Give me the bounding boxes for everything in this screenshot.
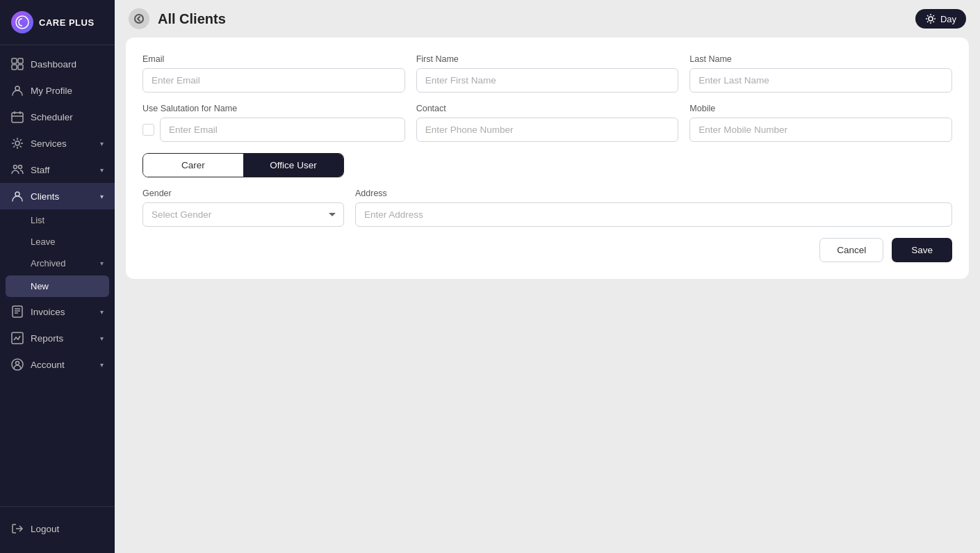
main-content: All Clients Day Email First Name: [115, 0, 980, 553]
sidebar-item-scheduler[interactable]: Scheduler: [0, 104, 115, 130]
sidebar-nav: Dashboard My Profile Scheduler: [0, 45, 115, 506]
sidebar-item-staff[interactable]: Staff ▾: [0, 157, 115, 183]
svg-point-10: [19, 166, 22, 169]
sidebar-bottom: Logout: [0, 506, 115, 553]
sidebar-subitem-new[interactable]: New: [6, 275, 109, 297]
gender-group: Gender Select Gender Male Female Other P…: [142, 189, 344, 227]
gender-label: Gender: [142, 189, 344, 198]
svg-point-17: [929, 17, 933, 21]
salutation-email-field[interactable]: [160, 118, 405, 142]
sidebar-item-profile-label: My Profile: [31, 86, 72, 96]
invoices-icon: [11, 305, 24, 318]
chevron-down-icon: ▾: [100, 193, 104, 200]
sidebar-item-account[interactable]: Account ▾: [0, 351, 115, 378]
svg-point-8: [15, 141, 19, 145]
contact-group: Contact: [416, 104, 679, 142]
logo-area: CARE PLUS: [0, 0, 115, 45]
sidebar-subitem-list-label: List: [31, 215, 44, 225]
svg-point-11: [15, 192, 19, 196]
role-toggle-row: Carer Office User: [142, 153, 952, 177]
chevron-down-icon: ▾: [100, 140, 104, 147]
svg-rect-5: [18, 65, 23, 70]
sidebar-item-invoices-label: Invoices: [31, 307, 65, 317]
sidebar-item-services-label: Services: [31, 138, 67, 149]
mobile-field[interactable]: [689, 118, 952, 142]
svg-rect-7: [12, 113, 23, 122]
sidebar-item-clients-label: Clients: [31, 191, 59, 202]
page-title: All Clients: [158, 11, 226, 27]
office-user-toggle-button[interactable]: Office User: [243, 154, 343, 177]
sidebar-item-reports[interactable]: Reports ▾: [0, 325, 115, 351]
salutation-checkbox[interactable]: [142, 124, 154, 136]
sidebar-item-dashboard-label: Dashboard: [31, 59, 76, 70]
save-button[interactable]: Save: [892, 238, 952, 262]
salutation-group: Use Salutation for Name: [142, 104, 405, 142]
sidebar-item-account-label: Account: [31, 360, 65, 370]
email-field[interactable]: [142, 68, 405, 93]
chevron-down-icon: ▾: [100, 166, 104, 174]
svg-point-16: [135, 15, 143, 23]
svg-point-6: [15, 86, 19, 90]
sidebar-item-clients[interactable]: Clients ▾: [0, 183, 115, 209]
cancel-button[interactable]: Cancel: [819, 238, 883, 262]
svg-point-15: [16, 362, 19, 365]
first-name-field[interactable]: [416, 68, 679, 93]
email-label: Email: [142, 54, 405, 64]
logout-label: Logout: [31, 524, 59, 534]
sidebar-item-dashboard[interactable]: Dashboard: [0, 51, 115, 77]
contact-label: Contact: [416, 104, 679, 113]
email-group: Email: [142, 54, 405, 93]
form-row-4: Gender Select Gender Male Female Other P…: [142, 189, 952, 227]
logout-button[interactable]: Logout: [0, 515, 115, 542]
day-label: Day: [940, 14, 956, 24]
dashboard-icon: [11, 58, 24, 70]
logout-icon: [11, 522, 24, 535]
reports-icon: [11, 332, 24, 344]
account-icon: [11, 358, 24, 371]
address-field[interactable]: [355, 202, 952, 227]
mobile-group: Mobile: [689, 104, 952, 142]
top-bar: All Clients Day: [115, 0, 980, 38]
carer-toggle-button[interactable]: Carer: [143, 154, 243, 177]
svg-point-9: [14, 166, 17, 169]
new-client-form: Email First Name Last Name Use Salutatio…: [126, 38, 969, 279]
chevron-down-icon: ▾: [100, 335, 104, 342]
top-bar-left: All Clients: [129, 8, 226, 29]
svg-rect-12: [13, 306, 22, 317]
last-name-group: Last Name: [689, 54, 952, 93]
salutation-label: Use Salutation for Name: [142, 104, 405, 113]
form-actions: Cancel Save: [142, 238, 952, 262]
address-group: Address: [355, 189, 952, 227]
back-button[interactable]: [129, 8, 149, 29]
sidebar-item-profile[interactable]: My Profile: [0, 77, 115, 104]
sidebar-item-staff-label: Staff: [31, 165, 50, 175]
contact-field[interactable]: [416, 118, 679, 142]
mobile-label: Mobile: [689, 104, 952, 113]
staff-icon: [11, 163, 24, 176]
day-mode-toggle[interactable]: Day: [915, 9, 966, 29]
profile-icon: [11, 84, 24, 97]
address-label: Address: [355, 189, 952, 198]
first-name-label: First Name: [416, 54, 679, 64]
sidebar-item-invoices[interactable]: Invoices ▾: [0, 298, 115, 325]
svg-rect-4: [12, 65, 17, 70]
gender-select[interactable]: Select Gender Male Female Other Prefer n…: [142, 202, 344, 227]
sidebar: CARE PLUS Dashboard My Pr: [0, 0, 115, 553]
svg-point-1: [24, 19, 26, 22]
sidebar-subitem-list[interactable]: List: [0, 209, 115, 231]
sun-icon: [925, 13, 936, 25]
sidebar-subitem-leave-label: Leave: [31, 237, 55, 247]
sidebar-subitem-leave[interactable]: Leave: [0, 231, 115, 253]
sidebar-subitem-archived-label: Archived: [31, 258, 66, 269]
svg-rect-2: [12, 58, 17, 63]
svg-rect-3: [18, 58, 23, 63]
chevron-down-icon: ▾: [100, 259, 104, 267]
role-toggle-group: Carer Office User: [142, 153, 344, 177]
last-name-field[interactable]: [689, 68, 952, 93]
calendar-icon: [11, 111, 24, 123]
services-icon: [11, 137, 24, 150]
sidebar-item-services[interactable]: Services ▾: [0, 130, 115, 157]
sidebar-item-scheduler-label: Scheduler: [31, 112, 73, 122]
chevron-down-icon: ▾: [100, 308, 104, 316]
sidebar-subitem-archived[interactable]: Archived ▾: [0, 253, 115, 274]
